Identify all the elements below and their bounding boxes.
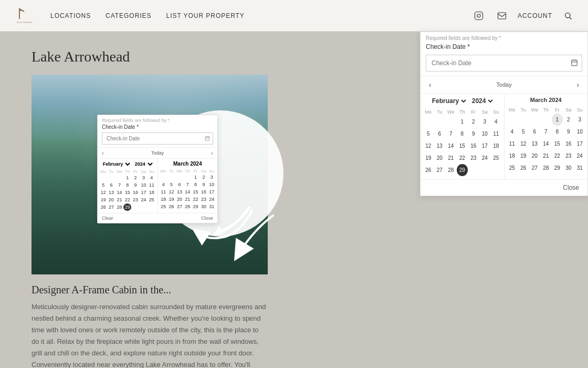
sco-feb-12[interactable]: 12 bbox=[99, 189, 107, 196]
sco-clear-btn[interactable]: Clear bbox=[102, 216, 113, 221]
mar-day-11[interactable]: 11 bbox=[507, 138, 518, 150]
sco-close-btn[interactable]: Close bbox=[201, 216, 213, 221]
feb-day-3[interactable]: 3 bbox=[479, 116, 491, 128]
mar-day-7[interactable]: 7 bbox=[540, 126, 552, 138]
feb-day-1[interactable]: 1 bbox=[457, 116, 468, 128]
mar-day-5[interactable]: 5 bbox=[518, 126, 529, 138]
sco-mar-23[interactable]: 23 bbox=[200, 196, 207, 203]
feb-day-8[interactable]: 8 bbox=[457, 128, 468, 140]
sco-mar-4[interactable]: 4 bbox=[160, 181, 167, 188]
feb-day-21[interactable]: 21 bbox=[445, 152, 457, 164]
mar-day-21[interactable]: 21 bbox=[540, 150, 552, 162]
next-month-btn-large[interactable]: › bbox=[573, 79, 582, 90]
sco-feb-9[interactable]: 9 bbox=[131, 181, 139, 189]
mar-day-20[interactable]: 20 bbox=[529, 150, 541, 162]
sco-feb-17[interactable]: 17 bbox=[140, 189, 148, 196]
nav-categories[interactable]: CATEGORIES bbox=[106, 12, 151, 19]
sco-feb-4[interactable]: 4 bbox=[148, 174, 155, 181]
feb-day-28[interactable]: 28 bbox=[445, 164, 457, 176]
sco-mar-30[interactable]: 30 bbox=[200, 203, 207, 210]
sco-mar-11[interactable]: 11 bbox=[160, 188, 167, 196]
feb-day-7[interactable]: 7 bbox=[445, 128, 457, 140]
feb-day-14[interactable]: 14 bbox=[445, 140, 457, 152]
feb-day-19[interactable]: 19 bbox=[423, 152, 434, 164]
feb-day-6[interactable]: 6 bbox=[434, 128, 446, 140]
sco-year-select[interactable]: 2024 bbox=[133, 161, 154, 167]
sco-mar-14[interactable]: 14 bbox=[184, 188, 192, 196]
sco-prev-btn[interactable]: ‹ bbox=[102, 150, 104, 156]
mar-day-6[interactable]: 6 bbox=[529, 126, 541, 138]
mar-day-25[interactable]: 25 bbox=[507, 162, 518, 174]
feb-day-11[interactable]: 11 bbox=[490, 128, 502, 140]
feb-day-5[interactable]: 5 bbox=[423, 128, 434, 140]
mar-day-3[interactable]: 3 bbox=[574, 114, 586, 126]
sco-feb-27[interactable]: 27 bbox=[107, 203, 115, 211]
prev-month-btn-large[interactable]: ‹ bbox=[426, 79, 435, 90]
sco-mar-16[interactable]: 16 bbox=[200, 188, 207, 196]
sco-mar-19[interactable]: 19 bbox=[167, 196, 175, 203]
sco-feb-6[interactable]: 6 bbox=[107, 181, 115, 189]
sco-mar-2[interactable]: 2 bbox=[200, 173, 207, 181]
sco-mar-6[interactable]: 6 bbox=[175, 181, 183, 188]
sco-mar-24[interactable]: 24 bbox=[208, 196, 216, 203]
sco-feb-7[interactable]: 7 bbox=[116, 181, 123, 189]
feb-day-29[interactable]: 29 bbox=[457, 164, 468, 176]
instagram-icon[interactable] bbox=[471, 8, 486, 23]
sco-mar-22[interactable]: 22 bbox=[192, 196, 200, 203]
sco-mar-21[interactable]: 21 bbox=[184, 196, 192, 203]
feb-day-18[interactable]: 18 bbox=[490, 140, 502, 152]
email-icon[interactable] bbox=[495, 8, 509, 23]
sco-feb-28[interactable]: 28 bbox=[116, 203, 123, 211]
sco-feb-19[interactable]: 19 bbox=[99, 196, 107, 203]
feb-day-27[interactable]: 27 bbox=[434, 164, 446, 176]
sco-mar-3[interactable]: 3 bbox=[208, 173, 216, 181]
feb-day-17[interactable]: 17 bbox=[479, 140, 491, 152]
feb-day-9[interactable]: 9 bbox=[468, 128, 479, 140]
feb-day-10[interactable]: 10 bbox=[479, 128, 491, 140]
mar-day-12[interactable]: 12 bbox=[518, 138, 529, 150]
mar-day-1[interactable]: 1 bbox=[552, 114, 563, 126]
feb-day-22[interactable]: 22 bbox=[457, 152, 468, 164]
sco-mar-9[interactable]: 9 bbox=[200, 181, 207, 188]
mar-day-8[interactable]: 8 bbox=[552, 126, 563, 138]
sco-feb-15[interactable]: 15 bbox=[123, 189, 131, 196]
feb-day-12[interactable]: 12 bbox=[423, 140, 434, 152]
sco-mar-1[interactable]: 1 bbox=[192, 173, 200, 181]
mar-day-17[interactable]: 17 bbox=[574, 138, 586, 150]
feb-day-13[interactable]: 13 bbox=[434, 140, 446, 152]
mar-day-13[interactable]: 13 bbox=[529, 138, 541, 150]
sco-checkin-input[interactable] bbox=[102, 132, 213, 145]
feb-day-4[interactable]: 4 bbox=[490, 116, 502, 128]
sco-next-btn[interactable]: › bbox=[211, 150, 213, 156]
mar-day-23[interactable]: 23 bbox=[563, 150, 574, 162]
checkin-input-large[interactable] bbox=[426, 55, 582, 71]
sco-feb-5[interactable]: 5 bbox=[99, 181, 107, 189]
mar-day-27[interactable]: 27 bbox=[529, 162, 541, 174]
sco-feb-13[interactable]: 13 bbox=[107, 189, 115, 196]
mar-day-22[interactable]: 22 bbox=[552, 150, 563, 162]
sco-mar-25[interactable]: 25 bbox=[160, 203, 167, 210]
sco-feb-23[interactable]: 23 bbox=[131, 196, 139, 203]
mar-day-14[interactable]: 14 bbox=[540, 138, 552, 150]
mar-day-26[interactable]: 26 bbox=[518, 162, 529, 174]
feb-day-24[interactable]: 24 bbox=[479, 152, 491, 164]
feb-day-23[interactable]: 23 bbox=[468, 152, 479, 164]
sco-feb-20[interactable]: 20 bbox=[107, 196, 115, 203]
sco-feb-26[interactable]: 26 bbox=[99, 203, 107, 211]
sco-feb-10[interactable]: 10 bbox=[140, 181, 148, 189]
sco-mar-8[interactable]: 8 bbox=[192, 181, 200, 188]
feb-month-select[interactable]: February January March bbox=[430, 97, 468, 105]
mar-day-16[interactable]: 16 bbox=[563, 138, 574, 150]
nav-locations[interactable]: LOCATIONS bbox=[50, 12, 91, 19]
feb-day-15[interactable]: 15 bbox=[457, 140, 468, 152]
sco-feb-1[interactable]: 1 bbox=[123, 174, 131, 181]
feb-day-26[interactable]: 26 bbox=[423, 164, 434, 176]
sco-mar-5[interactable]: 5 bbox=[167, 181, 175, 188]
feb-day-2[interactable]: 2 bbox=[468, 116, 479, 128]
sco-feb-18[interactable]: 18 bbox=[148, 189, 155, 196]
sco-mar-13[interactable]: 13 bbox=[175, 188, 183, 196]
feb-year-select[interactable]: 2024 2023 2025 bbox=[470, 97, 495, 105]
mar-day-10[interactable]: 10 bbox=[574, 126, 586, 138]
close-btn-large[interactable]: Close bbox=[560, 183, 582, 192]
mar-day-15[interactable]: 15 bbox=[552, 138, 563, 150]
